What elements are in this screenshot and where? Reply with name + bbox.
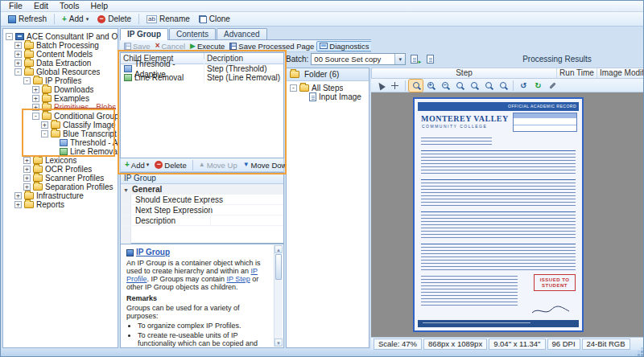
tree-item-ocr-profiles[interactable]: +OCR Profiles	[3, 165, 118, 174]
tree-item-examples[interactable]: +Examples	[3, 94, 118, 103]
tree-item-batch-processing[interactable]: +Batch Processing	[3, 41, 118, 50]
expander-icon[interactable]: +	[41, 121, 48, 129]
image-viewer-toolbar: + − ↺ ↻	[371, 79, 644, 92]
property-description[interactable]: Description	[121, 215, 283, 226]
move-up-button[interactable]: ▲ Move Up	[196, 160, 240, 170]
column-header-description[interactable]: Decription	[204, 53, 283, 64]
menu-tools[interactable]: Tools	[54, 1, 85, 11]
clone-button[interactable]: Clone	[195, 14, 234, 24]
tree-item-input-image[interactable]: Input Image	[287, 92, 369, 101]
scrollbar-thumb[interactable]	[275, 254, 282, 280]
tab-ip-group[interactable]: IP Group	[120, 28, 168, 40]
zoom-actual-size-button[interactable]	[467, 80, 481, 92]
tree-item-conditional-groups[interactable]: -Conditional Groups	[3, 112, 118, 121]
scroll-up-icon[interactable]: ▲	[275, 245, 283, 253]
refresh-image-button[interactable]: ↻	[531, 80, 545, 92]
expander-icon[interactable]: +	[14, 192, 22, 199]
window-status-strip	[1, 350, 644, 357]
load-batch-button[interactable]	[408, 53, 422, 65]
zoom-in-button[interactable]: +	[423, 80, 437, 92]
save-button[interactable]: Save	[122, 41, 153, 51]
pan-tool-button[interactable]	[388, 80, 402, 92]
menu-file[interactable]: File	[3, 1, 28, 11]
tree-item-classify-image[interactable]: +Classify Image	[3, 121, 118, 129]
column-header-image-modified[interactable]: Image Modified	[597, 68, 644, 78]
grid-delete-button[interactable]: − Delete	[152, 160, 188, 170]
execute-button[interactable]: ▶ Execute	[188, 41, 227, 51]
add-button[interactable]: + Add ▾	[58, 14, 93, 24]
tab-contents[interactable]: Contents	[169, 28, 216, 39]
resize-grip[interactable]	[634, 347, 643, 356]
property-next-step-expression[interactable]: Next Step Expression	[121, 205, 283, 215]
expander-icon[interactable]: +	[14, 51, 22, 58]
zoom-dynamic-button[interactable]	[452, 80, 466, 92]
save-processed-page-button[interactable]: Save Processed Page	[227, 41, 316, 51]
expander-icon[interactable]: -	[41, 130, 48, 137]
chevron-down-icon[interactable]: ▾	[394, 54, 405, 64]
document-image[interactable]: OFFICIAL ACADEMIC RECORD MONTEREY VALLEY…	[413, 97, 584, 332]
diagnostics-mode-toggle[interactable]: Diagnostics Mode On	[316, 41, 371, 51]
expander-icon[interactable]: -	[14, 68, 22, 76]
rotate-button[interactable]: ↺	[517, 80, 530, 92]
grid-row-line-removal[interactable]: Line Removal Step (Line Removal)	[121, 73, 283, 82]
expander-icon[interactable]: +	[32, 104, 39, 111]
tree-item-infrastructure[interactable]: +Infrastructure	[3, 191, 118, 200]
tree-item-all-steps[interactable]: - All Steps	[287, 84, 369, 92]
expander-icon[interactable]: +	[23, 174, 31, 182]
tree-item-reports[interactable]: +Reports	[3, 200, 118, 209]
help-scrollbar[interactable]: ▲ ▼	[274, 245, 283, 347]
link-ip-step[interactable]: IP Step	[226, 275, 250, 283]
zoom-window-button[interactable]	[409, 80, 423, 92]
viewer-settings-button[interactable]	[546, 80, 559, 92]
expander-icon[interactable]: -	[23, 77, 31, 84]
tree-item-ip-profiles[interactable]: -IP Profiles	[3, 76, 118, 85]
expander-icon[interactable]: -	[6, 33, 13, 40]
expander-icon[interactable]: +	[14, 42, 22, 49]
view-page-button[interactable]	[424, 53, 438, 65]
rename-button[interactable]: ab Rename	[142, 14, 194, 24]
delete-button[interactable]: − Delete	[93, 14, 135, 24]
property-category-general[interactable]: ▼ General	[121, 184, 283, 195]
threshold-step-icon	[60, 139, 68, 146]
menu-help[interactable]: Help	[85, 1, 114, 11]
refresh-button[interactable]: Refresh	[4, 14, 51, 24]
expander-icon[interactable]: -	[32, 113, 39, 120]
scroll-down-icon[interactable]: ▼	[275, 339, 283, 347]
grid-add-button[interactable]: + Add ▾	[122, 160, 151, 170]
zoom-fit-width-button[interactable]	[481, 80, 495, 92]
tree-item-primitives-blobs[interactable]: +Primitives - Blobs	[3, 103, 118, 112]
tree-item-global-resources[interactable]: -Global Resources	[3, 68, 118, 76]
tree-item-scanner-profiles[interactable]: +Scanner Profiles	[3, 174, 118, 183]
tab-advanced[interactable]: Advanced	[217, 28, 266, 39]
cancel-button[interactable]: × Cancel	[153, 41, 188, 51]
tree-item-data-extraction[interactable]: +Data Extraction	[3, 59, 118, 68]
expander-icon[interactable]: -	[290, 84, 297, 92]
expander-icon[interactable]: +	[14, 60, 22, 67]
folder-header[interactable]: Folder (6)	[287, 68, 369, 81]
menu-edit[interactable]: Edit	[28, 1, 54, 11]
tree-item-line-removal[interactable]: Line Removal	[3, 147, 118, 156]
image-viewer-canvas[interactable]: OFFICIAL ACADEMIC RECORD MONTEREY VALLEY…	[371, 92, 644, 337]
tree-item-lexicons[interactable]: +Lexicons	[3, 156, 118, 165]
select-tool-button[interactable]	[374, 80, 387, 92]
tree-item-content-models[interactable]: +Content Models	[3, 50, 118, 59]
folder-icon	[33, 183, 43, 191]
help-title-link[interactable]: IP Group	[136, 248, 170, 256]
expander-icon[interactable]: +	[23, 166, 31, 173]
expander-icon[interactable]: +	[14, 201, 22, 208]
tree-item-downloads[interactable]: +Downloads	[3, 85, 118, 94]
tree-item-separation-profiles[interactable]: +Separation Profiles	[3, 183, 118, 191]
zoom-fit-page-button[interactable]	[496, 80, 510, 92]
batch-select[interactable]: 00 Source Set copy ▾	[311, 53, 406, 65]
expander-icon[interactable]: +	[23, 183, 31, 191]
column-header-step[interactable]: Step	[372, 68, 557, 78]
tree-item-blue-transcript-ip[interactable]: -Blue Transcript IP	[3, 129, 118, 138]
zoom-out-button[interactable]: −	[438, 80, 452, 92]
expander-icon[interactable]: +	[23, 157, 31, 164]
expander-icon[interactable]: +	[32, 95, 39, 102]
expander-icon[interactable]: +	[32, 86, 39, 93]
column-header-run-time[interactable]: Run Time	[557, 68, 597, 78]
tree-item-threshold-adaptive[interactable]: Threshold - Adaptive	[3, 138, 118, 147]
tree-item-root[interactable]: -ACE Consultant IP and OCR	[3, 32, 118, 41]
property-should-execute-express[interactable]: Should Execute Express	[121, 195, 283, 205]
